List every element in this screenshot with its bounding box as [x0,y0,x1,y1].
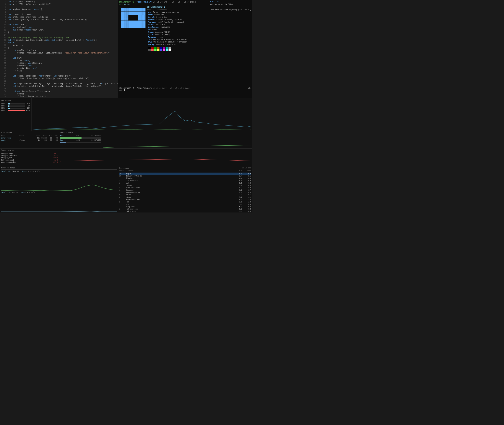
process-row[interactable]: 1 WebExtensions 0.2 1.2 [119,199,251,201]
dotfiles-title: dotfiles [210,1,251,3]
code-line-29: 29 [0,73,118,75]
ok-button[interactable]: OK [249,87,251,89]
temp-panel: Temperatures amdgpu_edge 30°C amdgpu_jun… [0,149,59,166]
cpu-bar-row-cpu2: CPU2 12% [1,107,30,109]
terminal-area: ghrlmchu@# ~9 ~/code/me/park ⎇ ⎇ ⎇ 9457 … [118,0,252,98]
cpu-bar-wrap [8,110,25,111]
temp-chart [60,149,251,165]
temp-row: k10temp_tctl 41°C [1,159,58,161]
cpu-bar-row-cpu0: CPU0 12% [1,103,30,105]
code-line-20: 20 let config: Config = [0,49,118,52]
code-line-3: 3 [0,6,118,8]
mem-swap-bar-wrap [60,142,101,143]
code-line-19: 19{ [0,47,118,49]
process-row[interactable]: 1 kak context 0.1 0.3 [119,208,251,210]
neofetch-output: ⠀⠀⠀⠀⠀⠀⠀⠀⠀⠀⠀⠀⠀⠀⠀⠀ ███████████████████████… [119,6,208,51]
code-line-27: 27 create_dirs: bool, [0,67,118,70]
sysinfo-container: ghrlmchu@boharu ------------------- OS: … [147,6,187,51]
net-tx-stats: Total TX: 1.9 GB TX/s: 0.0 B/s [1,192,117,193]
process-page-info: 1 - 20 of 326 [239,167,251,169]
mem-swap-row: Swap 14% 2.2B/1668 [60,139,101,141]
cpu-bar [8,110,25,111]
process-header: Count Command CPU% Mem% [119,170,251,172]
code-line-38: 38 filters: (tags, targets), [0,95,118,98]
temp-row: amdgpu_edge 30°C [1,153,58,155]
temp-panel-title: Temperatures [1,149,58,152]
process-rows: 35 wayld 8.0 0.8 15 Isolated Web Co 2.4 … [119,173,251,212]
net-rx-stats: Total RX: 21.7 GB RX/s: 0 210.0 B/s [1,170,117,172]
code-line-22: 22 [0,54,118,57]
sysinfo-divider: ------------------- [147,9,187,11]
terminal-prompt2: ghrlmchu@# ~9 ~/code/me/park ⎇ ⎇ ⎇ 9457 … [119,87,191,92]
cpu-bars: CPU0 12% CPU1 7% CPU2 12% CPU3 100% [1,103,30,111]
code-line-10: 10pub struct Zoo { [0,24,118,26]
cpu-chart-area [32,98,252,131]
process-row[interactable]: 2 rust-analyzer 0.2 3.4 [119,187,251,189]
mem-swap-bar [60,142,66,143]
process-panel-title: Processes [119,167,129,169]
mem-chart-area [102,131,252,148]
system-monitor: CPU Usage CPU0 12% CPU1 7% CPU2 12% CPU3… [0,98,252,212]
process-row[interactable]: 1 zsh 0.3 0.0 [119,182,251,184]
process-row[interactable]: 1 koe 0.1 0.0 [119,203,251,206]
code-line-37: 37 config, [0,93,118,95]
net-tx-chart [1,194,117,212]
temp-rows: amdgpu_edge 30°C amdgpu_junction 36°C am… [1,153,58,163]
code-line-12: 12 pub home: Option<OsString>, [0,29,118,32]
process-row[interactable]: 1 Discord 0.2 0.7 [119,189,251,192]
cpu-bar-row-cpu3: CPU3 100% [1,109,30,111]
temp-chart-area [59,149,252,166]
shell-prompt: ghrlmchu@# ~9 [119,1,134,3]
process-row[interactable]: 1 gtk_3.0.0 0.1 0.0 [119,210,251,212]
code-line-11: 11 pub colored: bool, [0,26,118,29]
process-row[interactable]: 1 firefox 1.4 5.0 [119,177,251,180]
temp-row: zone_composite 37°C [1,161,58,163]
cpu-bar [8,108,10,109]
code-line-35: 35 [0,88,118,90]
process-row[interactable]: 2 steam 0.2 1.1 [119,196,251,199]
code-line-13: 13} [0,32,118,34]
disk-header: Disk Mount Used Free R/s W/s [1,135,58,137]
monitor-temps-row: Temperatures amdgpu_edge 30°C amdgpu_jun… [0,149,252,166]
process-row[interactable]: 35 wayld 8.0 0.8 [119,173,251,175]
terminal-bottom: ghrlmchu@# ~9 ~/code/me/park ⎇ ⎇ ⎇ 9457 … [118,86,252,98]
disk-row-2: sda1 /boot 1% <0B 0B 0B [1,139,58,141]
cpu-panel: CPU Usage CPU0 12% CPU1 7% CPU2 12% CPU3… [0,98,32,131]
process-row[interactable]: 15 Isolated Web Co 2.4 2.1 [119,175,251,177]
code-line-23: 23 let Park { [0,57,118,60]
terminal-prompt-line: ghrlmchu@# ~9 ~/code/me/park ⎇ ⎇ ⎇ 9457 … [119,1,208,3]
network-panel: Network Usage Total RX: 21.7 GB RX/s: 0 … [0,166,118,212]
code-line-32: 32 [0,80,118,83]
cpu-chart [32,99,251,130]
code-editor: 1use std::path::PathBuf;2use std::{ffi::… [0,0,118,98]
code-line-16: 16pub fn run<W>(env: Env, input: &str, m… [0,39,118,42]
net-rx-chart [1,173,117,191]
code-line-5: 5 [0,11,118,13]
code-line-4: 4use anyhow::{Context, Result}; [0,8,118,11]
code-line-28: 28 } = cli; [0,70,118,73]
top-section: 1use std::path::PathBuf;2use std::{ffi::… [0,0,252,98]
process-panel: Processes 1 - 20 of 326 Count Command CP… [118,166,252,212]
code-line-30: 30 let (tags, targets): (Vec<String>, Ve… [0,75,118,78]
cpu-bar-wrap [8,106,25,107]
process-row[interactable]: 2 kak 0.1 1.0 [119,201,251,203]
process-row[interactable]: 1 gentoo 0.2 0.0 [119,184,251,187]
process-row[interactable]: 1 steamwebhelper 0.2 3.0 [119,192,251,194]
neofetch-cmd-line: >>> neofetch [119,4,208,6]
code-line-18: 18 W: Write, [0,44,118,47]
cpu-bar [8,103,10,105]
disk-row-1: cryptroot 32% 632GB 0B 0B [1,137,58,139]
branch-name: # trunk [188,1,196,3]
process-row[interactable]: 1 kanyland 0.1 0.0 [119,206,251,208]
temp-row: amdgpu_mem 32°C [1,157,58,159]
code-lines: 1use std::path::PathBuf;2use std::{ffi::… [0,1,118,98]
color-blocks-row [148,47,187,51]
process-row[interactable]: 1 RDD Process 1.3 0.8 [119,180,251,182]
terminal-main[interactable]: ghrlmchu@# ~9 ~/code/me/park ⎇ ⎇ ⎇ 9457 … [118,0,209,86]
mem-main-row: Main 52% 2.5B/1668 [60,135,101,137]
cpu-bar [8,106,9,107]
process-row[interactable]: 1 river 0.2 0.1 [119,194,251,196]
disk-panel-title: Disk Usage [1,132,58,134]
mem-main-bar-wrap [60,137,101,139]
dotfiles-text: Welcome to my dotfiles Feel free to copy… [210,3,251,11]
